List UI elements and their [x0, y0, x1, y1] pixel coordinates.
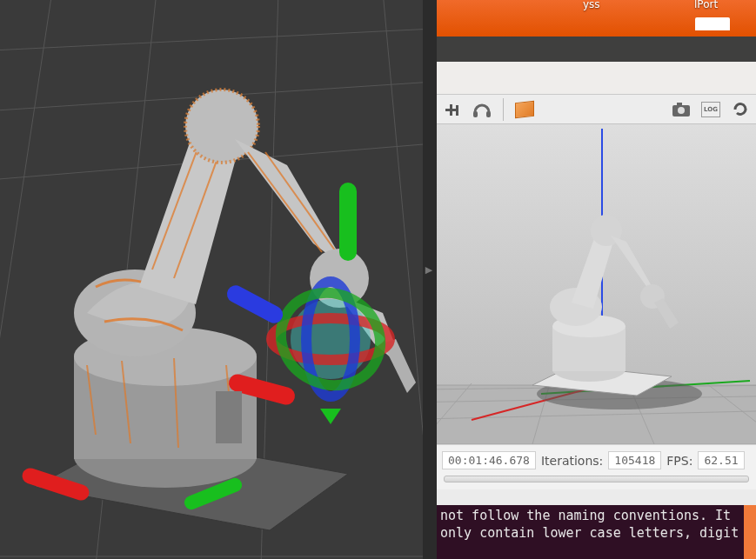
headphones-icon[interactable] [472, 99, 492, 120]
gazebo-toolbar: LOG [437, 95, 756, 124]
gz-robot-base [552, 315, 626, 382]
svg-rect-44 [677, 103, 682, 106]
desktop-icon-label-yss[interactable]: yss [583, 0, 600, 10]
svg-point-43 [678, 107, 685, 114]
right-column: yss lPort LOG [437, 0, 756, 559]
spacer-row [437, 489, 756, 505]
svg-rect-41 [486, 111, 491, 117]
fps-label: FPS: [666, 454, 692, 468]
gazebo-progress-row [437, 476, 756, 489]
svg-marker-62 [654, 298, 679, 329]
window-menubar[interactable] [437, 62, 756, 95]
log-button[interactable]: LOG [700, 99, 721, 120]
screenshot-icon[interactable] [671, 99, 692, 120]
svg-rect-38 [450, 104, 452, 116]
gazebo-status-bar: 00:01:46.678 Iterations: 105418 FPS: 62.… [437, 444, 756, 476]
progress-bar[interactable] [444, 476, 749, 482]
terminal-line-2: only contain lower case letters, digit [440, 524, 753, 542]
box-primitive-icon[interactable] [514, 99, 535, 120]
gazebo-scene [437, 124, 756, 444]
desktop-icon-label-lport[interactable]: lPort [694, 0, 718, 10]
ubuntu-desktop-strip: yss lPort [437, 0, 756, 37]
gazebo-3d-view[interactable] [437, 124, 756, 444]
iterations-label: Iterations: [541, 454, 603, 468]
iterations-value: 105418 [608, 451, 661, 469]
insert-tool-icon[interactable] [442, 99, 463, 120]
svg-rect-32 [339, 183, 357, 261]
svg-rect-40 [473, 111, 478, 117]
refresh-icon[interactable] [730, 99, 751, 120]
terminal-panel[interactable]: not follow the naming conventions. It on… [437, 505, 756, 559]
y-axis-handle[interactable] [339, 183, 357, 261]
terminal-line-1: not follow the naming conventions. It [440, 507, 753, 524]
terminal-scrollbar[interactable] [744, 505, 756, 559]
toolbar-divider [503, 98, 504, 121]
rviz-3d-view[interactable] [0, 0, 423, 559]
bracket [216, 391, 242, 443]
panel-expand-handle[interactable]: ▶ [424, 261, 434, 278]
folder-icon[interactable] [695, 17, 730, 30]
fps-value: 62.51 [698, 451, 744, 469]
rviz-scene [0, 0, 423, 559]
sim-time-value: 00:01:46.678 [442, 451, 536, 469]
svg-rect-39 [456, 105, 458, 116]
window-titlebar[interactable] [437, 37, 756, 62]
